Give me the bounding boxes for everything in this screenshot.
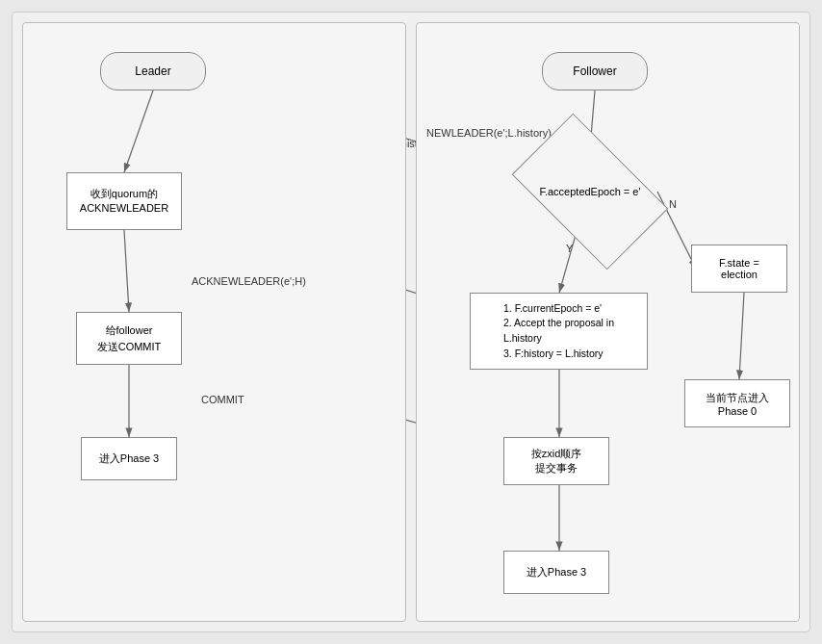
diagram-container: NEWLEADER(e';L.history) Leader 收到quo	[12, 12, 810, 632]
diamond-text: F.acceptedEpoch = e'	[535, 182, 644, 201]
commit-txn-text: 按zxid顺序提交事务	[531, 447, 582, 476]
right-panel: NEWLEADER(e';L.history) Follower F.accep…	[416, 22, 800, 622]
leader-actor: Leader	[100, 52, 206, 90]
follower-actor: Follower	[542, 52, 648, 90]
state-election-box: F.state =election	[691, 245, 787, 293]
leader-label: Leader	[135, 64, 170, 78]
svg-line-14	[739, 293, 744, 379]
accept-history-box: 1. F.currentEpoch = e'2. Accept the prop…	[470, 293, 648, 370]
svg-line-5	[124, 90, 153, 172]
enter-phase3-right-box: 进入Phase 3	[503, 551, 609, 594]
follower-label: Follower	[573, 64, 616, 78]
recv-quorum-text: 收到quorum的ACKNEWLEADER	[80, 187, 168, 217]
enter-phase0-box: 当前节点进入Phase 0	[684, 379, 790, 427]
n-label: N	[669, 198, 677, 210]
svg-line-6	[124, 230, 129, 312]
enter-phase3-left-text: 进入Phase 3	[99, 451, 159, 466]
send-commit-text: 给follower发送COMMIT	[97, 322, 162, 354]
y-label: Y	[566, 243, 573, 254]
commit-label: COMMIT	[201, 394, 244, 405]
commit-txn-box: 按zxid顺序提交事务	[503, 437, 609, 485]
recv-quorum-box: 收到quorum的ACKNEWLEADER	[66, 172, 182, 230]
enter-phase3-left-box: 进入Phase 3	[81, 437, 177, 480]
acknewleader-label: ACKNEWLEADER(e';H)	[192, 275, 306, 287]
send-commit-box: 给follower发送COMMIT	[76, 312, 182, 365]
state-election-text: F.state =election	[719, 257, 759, 280]
decision-diamond: F.acceptedEpoch = e'	[523, 148, 657, 235]
newleader-arrow-label: NEWLEADER(e';L.history)	[426, 127, 552, 139]
enter-phase0-text: 当前节点进入Phase 0	[706, 391, 769, 417]
left-panel: Leader 收到quorum的ACKNEWLEADER 给follower发送…	[22, 22, 406, 622]
accept-history-text: 1. F.currentEpoch = e'2. Accept the prop…	[503, 301, 614, 362]
enter-phase3-right-text: 进入Phase 3	[527, 565, 586, 580]
